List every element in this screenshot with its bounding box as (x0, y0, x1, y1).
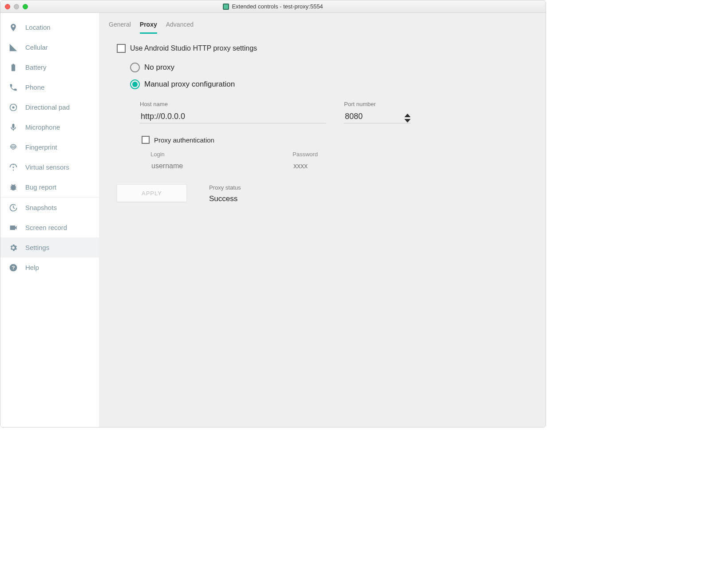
sidebar-item-fingerprint[interactable]: Fingerprint (0, 137, 99, 157)
port-input[interactable] (344, 110, 411, 123)
no-proxy-label: No proxy (144, 63, 174, 72)
password-label: Password (293, 151, 408, 158)
sidebar-item-label: Virtual sensors (25, 163, 69, 171)
dpad-icon (8, 103, 18, 112)
proxy-status-value: Success (209, 194, 241, 203)
sidebar-item-label: Location (25, 24, 51, 31)
proxy-auth-row: Proxy authentication (142, 136, 528, 144)
footer: APPLY Proxy status Success (117, 184, 528, 203)
sidebar-item-label: Screen record (25, 224, 67, 231)
sidebar-item-cellular[interactable]: Cellular (0, 37, 99, 57)
proxy-auth-block: Proxy authentication Login Password (142, 136, 528, 171)
microphone-icon (8, 123, 18, 132)
no-proxy-radio[interactable] (130, 63, 140, 72)
proxy-status-label: Proxy status (209, 184, 241, 191)
svg-point-1 (12, 106, 15, 108)
proxy-status-block: Proxy status Success (209, 184, 241, 203)
port-step-up[interactable] (404, 114, 411, 117)
sidebar-item-battery[interactable]: Battery (0, 57, 99, 77)
manual-proxy-row: Manual proxy configuration (130, 76, 528, 93)
sidebar-item-label: Fingerprint (25, 143, 57, 151)
window: Extended controls - test-proxy:5554 Loca… (0, 0, 546, 428)
sidebar-item-label: Cellular (25, 44, 48, 51)
sidebar: Location Cellular Battery Phone Directio… (0, 13, 99, 427)
use-android-studio-row: Use Android Studio HTTP proxy settings (117, 44, 528, 53)
svg-text:?: ? (12, 265, 15, 270)
login-label: Login (150, 151, 266, 158)
manual-proxy-radio[interactable] (130, 79, 140, 89)
sidebar-item-label: Bug report (25, 183, 56, 191)
proxy-mode-group: No proxy Manual proxy configuration (130, 59, 528, 93)
no-proxy-row: No proxy (130, 59, 528, 76)
login-input[interactable] (150, 161, 266, 171)
cellular-icon (8, 43, 18, 52)
use-android-studio-label: Use Android Studio HTTP proxy settings (130, 44, 257, 52)
camera-icon (8, 223, 18, 233)
sidebar-item-directional-pad[interactable]: Directional pad (0, 97, 99, 117)
host-input[interactable] (140, 110, 326, 123)
snapshots-icon (8, 203, 18, 213)
sidebar-item-help[interactable]: ? Help (0, 257, 99, 277)
location-icon (8, 23, 18, 32)
sidebar-item-label: Phone (25, 83, 44, 91)
tab-advanced[interactable]: Advanced (166, 21, 194, 32)
proxy-auth-label: Proxy authentication (154, 136, 214, 144)
sidebar-item-phone[interactable]: Phone (0, 77, 99, 97)
password-field: Password (293, 151, 408, 171)
content: General Proxy Advanced Use Android Studi… (99, 13, 546, 427)
sidebar-item-label: Snapshots (25, 204, 57, 211)
host-field: Host name (140, 101, 326, 123)
login-field: Login (150, 151, 266, 171)
proxy-panel: Use Android Studio HTTP proxy settings N… (99, 35, 546, 203)
sidebar-item-label: Help (25, 264, 39, 271)
manual-proxy-label: Manual proxy configuration (144, 80, 235, 89)
port-spinner (404, 114, 411, 123)
sidebar-item-label: Directional pad (25, 103, 70, 111)
port-label: Port number (344, 101, 411, 107)
window-title-text: Extended controls - test-proxy:5554 (232, 3, 323, 10)
proxy-auth-checkbox[interactable] (142, 136, 150, 144)
tabs: General Proxy Advanced (99, 13, 546, 35)
titlebar: Extended controls - test-proxy:5554 (0, 0, 546, 13)
tab-general[interactable]: General (109, 21, 131, 32)
sidebar-item-location[interactable]: Location (0, 17, 99, 37)
sidebar-item-virtual-sensors[interactable]: Virtual sensors (0, 157, 99, 177)
window-title: Extended controls - test-proxy:5554 (0, 3, 546, 10)
sidebar-item-settings[interactable]: Settings (0, 238, 99, 257)
auth-fields: Login Password (150, 151, 528, 171)
sidebar-item-label: Settings (25, 244, 49, 251)
sidebar-item-microphone[interactable]: Microphone (0, 117, 99, 137)
svg-point-2 (12, 166, 14, 168)
host-port-fields: Host name Port number (140, 101, 528, 123)
battery-icon (8, 63, 18, 72)
password-input[interactable] (293, 161, 408, 171)
sensors-icon (8, 162, 18, 172)
sidebar-item-bug-report[interactable]: Bug report (0, 177, 99, 197)
port-field: Port number (344, 101, 411, 123)
tab-proxy[interactable]: Proxy (140, 21, 157, 34)
phone-icon (8, 83, 18, 92)
port-step-down[interactable] (404, 119, 411, 123)
bug-icon (8, 182, 18, 192)
use-android-studio-checkbox[interactable] (117, 44, 126, 53)
gear-icon (8, 243, 18, 253)
body: Location Cellular Battery Phone Directio… (0, 13, 546, 427)
sidebar-item-screen-record[interactable]: Screen record (0, 218, 99, 238)
apply-button[interactable]: APPLY (117, 184, 187, 202)
sidebar-item-snapshots[interactable]: Snapshots (0, 198, 99, 218)
host-label: Host name (140, 101, 326, 107)
app-icon (223, 4, 229, 10)
help-icon: ? (8, 263, 18, 273)
sidebar-item-label: Microphone (25, 123, 60, 131)
fingerprint-icon (8, 142, 18, 152)
sidebar-item-label: Battery (25, 63, 47, 71)
